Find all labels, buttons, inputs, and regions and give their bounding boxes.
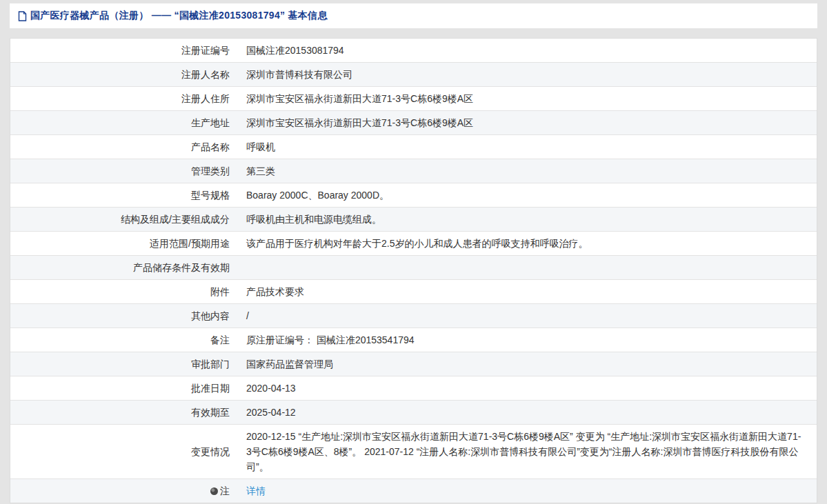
row-value: 深圳市宝安区福永街道新田大道71-3号C栋6楼9楼A区 <box>238 111 817 134</box>
row-value: 国械注准20153081794 <box>238 39 817 62</box>
row-value: 深圳市宝安区福永街道新田大道71-3号C栋6楼9楼A区 <box>238 87 817 110</box>
row-label: 结构及组成/主要组成成分 <box>10 208 238 231</box>
row-label: 注册人住所 <box>10 87 238 110</box>
row-value: 该产品用于医疗机构对年龄大于2.5岁的小儿和成人患者的呼吸支持和呼吸治疗。 <box>238 232 817 255</box>
table-row: 管理类别 第三类 <box>10 159 817 183</box>
row-label: 其他内容 <box>10 304 238 327</box>
row-label: 注册人名称 <box>10 63 238 86</box>
row-value: 详情 <box>238 479 817 503</box>
table-row: 产品储存条件及有效期 <box>10 256 817 280</box>
table-row: 批准日期 2020-04-13 <box>10 376 817 401</box>
info-table: 注册证编号 国械注准20153081794 注册人名称 深圳市普博科技有限公司 … <box>10 38 817 503</box>
row-value: 呼吸机由主机和电源电缆组成。 <box>238 208 817 231</box>
row-label: 审批部门 <box>10 352 238 376</box>
row-value: 2020-04-13 <box>238 376 817 400</box>
row-value: Boaray 2000C、Boaray 2000D。 <box>238 183 817 207</box>
row-value: 2020-12-15 “生产地址:深圳市宝安区福永街道新田大道71-3号C栋6楼… <box>238 425 817 478</box>
row-label: 变更情况 <box>10 440 238 463</box>
table-row: 结构及组成/主要组成成分 呼吸机由主机和电源电缆组成。 <box>10 208 817 232</box>
page-header: 国产医疗器械产品（注册） —— “国械注准20153081794” 基本信息 <box>10 3 817 28</box>
table-row: 附件 产品技术要求 <box>10 280 817 304</box>
table-row: 有效期至 2025-04-12 <box>10 401 817 425</box>
page: 国产医疗器械产品（注册） —— “国械注准20153081794” 基本信息 注… <box>0 0 827 504</box>
row-value: 2025-04-12 <box>238 401 817 424</box>
table-row: 适用范围/预期用途 该产品用于医疗机构对年龄大于2.5岁的小儿和成人患者的呼吸支… <box>10 232 817 256</box>
row-value: 原注册证编号： 国械注准20153541794 <box>238 328 817 352</box>
table-row: 注册证编号 国械注准20153081794 <box>10 39 817 63</box>
row-label: 适用范围/预期用途 <box>10 232 238 255</box>
table-row: 生产地址 深圳市宝安区福永街道新田大道71-3号C栋6楼9楼A区 <box>10 111 817 135</box>
row-value: 产品技术要求 <box>238 280 817 303</box>
table-row: 产品名称 呼吸机 <box>10 135 817 159</box>
row-value: 国家药品监督管理局 <box>238 352 817 376</box>
page-title: 国产医疗器械产品（注册） —— “国械注准20153081794” 基本信息 <box>30 10 328 22</box>
row-label: 附件 <box>10 280 238 303</box>
row-label: 备注 <box>10 328 238 352</box>
row-label: 批准日期 <box>10 376 238 400</box>
table-row: 注册人住所 深圳市宝安区福永街道新田大道71-3号C栋6楼9楼A区 <box>10 87 817 111</box>
row-label: 注 <box>10 479 238 503</box>
table-row: 备注 原注册证编号： 国械注准20153541794 <box>10 328 817 352</box>
row-value: 深圳市普博科技有限公司 <box>238 63 817 86</box>
table-row: 变更情况 2020-12-15 “生产地址:深圳市宝安区福永街道新田大道71-3… <box>10 425 817 479</box>
row-label: 产品储存条件及有效期 <box>10 256 238 279</box>
details-link[interactable]: 详情 <box>246 485 266 496</box>
table-row: 其他内容 / <box>10 304 817 328</box>
row-label: 管理类别 <box>10 159 238 183</box>
row-label: 注册证编号 <box>10 39 238 62</box>
document-icon <box>18 11 27 21</box>
note-icon <box>210 487 218 495</box>
row-label: 有效期至 <box>10 401 238 424</box>
table-row: 注 详情 <box>10 479 817 503</box>
table-row: 型号规格 Boaray 2000C、Boaray 2000D。 <box>10 183 817 208</box>
row-label: 生产地址 <box>10 111 238 134</box>
row-value <box>238 263 817 272</box>
table-row: 审批部门 国家药品监督管理局 <box>10 352 817 376</box>
row-label: 型号规格 <box>10 183 238 207</box>
row-label: 产品名称 <box>10 135 238 159</box>
table-row: 注册人名称 深圳市普博科技有限公司 <box>10 63 817 87</box>
row-value: / <box>238 304 817 327</box>
row-value: 第三类 <box>238 159 817 183</box>
row-value: 呼吸机 <box>238 135 817 159</box>
